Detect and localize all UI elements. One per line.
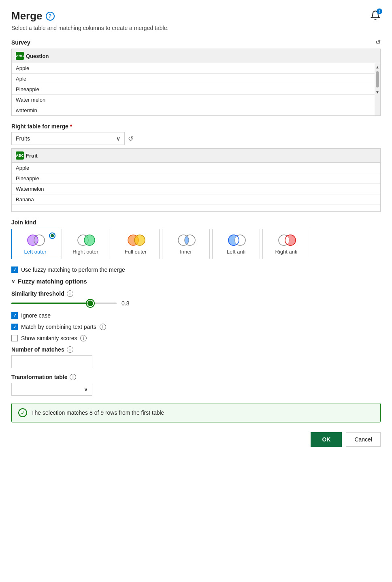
similarity-info-icon[interactable]: i — [67, 290, 73, 297]
page-subtitle: Select a table and matching columns to c… — [11, 25, 381, 31]
show-similarity-info-icon[interactable]: i — [80, 335, 87, 341]
dropdown-chevron: ∨ — [116, 135, 120, 142]
right-table-dropdown[interactable]: Fruits ∨ — [11, 132, 125, 145]
bell-icon[interactable]: 1 — [370, 10, 381, 22]
table-row: Watermelon — [12, 184, 380, 194]
table-row: Apple — [12, 163, 380, 173]
help-icon[interactable]: ? — [46, 12, 55, 21]
table-row: Pineapple — [12, 84, 375, 95]
show-similarity-label: Show similarity scores — [21, 335, 77, 341]
left-table-refresh[interactable]: ↺ — [375, 38, 381, 46]
slider-value: 0.8 — [121, 300, 129, 307]
full-outer-circles — [126, 233, 145, 246]
left-table-section: Survey ↺ — [11, 38, 381, 46]
title-area: Merge ? — [11, 10, 55, 22]
scroll-thumb[interactable] — [376, 71, 379, 87]
join-option-right-outer[interactable]: Right outer — [62, 229, 109, 259]
slider-track[interactable] — [11, 303, 117, 304]
left-table-scroll[interactable]: Apple Aple Pineapple Water melon waterml… — [12, 63, 380, 115]
table-row: Aple — [12, 74, 375, 84]
ignore-case-checkbox[interactable]: ✓ — [11, 312, 18, 319]
bell-badge: 1 — [377, 9, 382, 14]
left-table: ABC Question Apple Aple Pineapple Water … — [11, 49, 381, 116]
similarity-label-row: Similarity threshold i — [11, 290, 381, 297]
fuzzy-chevron[interactable]: ∨ — [11, 278, 15, 284]
left-anti-label: Left anti — [227, 249, 245, 255]
slider-fill — [11, 303, 90, 304]
right-table-refresh[interactable]: ↺ — [128, 135, 133, 143]
status-check-icon: ✓ — [18, 408, 27, 417]
table-row: Banana — [12, 194, 380, 205]
fuzzy-checkbox[interactable]: ✓ — [11, 266, 18, 273]
header: Merge ? 1 — [11, 10, 381, 22]
right-table-col-header: ABC Fruit — [12, 149, 42, 162]
fuzzy-checkbox-check: ✓ — [13, 267, 17, 273]
cancel-button[interactable]: Cancel — [346, 432, 381, 447]
right-outer-circles — [76, 233, 95, 246]
left-anti-circles — [226, 233, 246, 246]
match-combining-check: ✓ — [13, 324, 17, 330]
right-table: ABC Fruit Apple Pineapple Watermelon Ban… — [11, 148, 381, 212]
number-of-matches-section: Number of matches i — [11, 346, 381, 368]
left-outer-circles — [26, 233, 45, 246]
join-options: Left outer Right outer Full outer — [11, 229, 381, 259]
fuzzy-checkbox-label: Use fuzzy matching to perform the merge — [21, 266, 125, 273]
match-combining-label: Match by combining text parts — [21, 324, 96, 330]
radio-dot-left-outer — [49, 232, 55, 239]
ignore-case-row: ✓ Ignore case — [11, 312, 381, 319]
transformation-table-dropdown[interactable]: ∨ — [11, 383, 92, 396]
match-combining-row: ✓ Match by combining text parts i — [11, 324, 381, 330]
number-of-matches-input[interactable] — [11, 355, 92, 368]
left-table-scrollbar[interactable]: ▲ ▼ — [375, 63, 380, 115]
left-table-header: ABC Question — [12, 49, 380, 63]
transformation-table-section: Transformation table i ∨ — [11, 374, 381, 396]
slider-row: 0.8 — [11, 300, 381, 307]
join-option-inner[interactable]: Inner — [162, 229, 210, 259]
transformation-chevron: ∨ — [84, 386, 88, 392]
status-message: The selection matches 8 of 9 rows from t… — [31, 409, 164, 416]
similarity-threshold-section: Similarity threshold i 0.8 — [11, 290, 381, 307]
action-buttons: OK Cancel — [11, 432, 381, 447]
join-kind-label: Join kind — [11, 219, 381, 226]
ignore-case-check: ✓ — [13, 313, 17, 318]
join-option-left-outer[interactable]: Left outer — [11, 229, 59, 259]
number-matches-info-icon[interactable]: i — [67, 346, 73, 353]
match-combining-info-icon[interactable]: i — [100, 324, 106, 330]
fuzzy-options-section: ∨ Fuzzy matching options Similarity thre… — [11, 278, 381, 396]
svg-point-5 — [134, 235, 145, 245]
scroll-down[interactable]: ▼ — [375, 88, 380, 96]
svg-point-3 — [84, 235, 95, 245]
table-row: Pineapple — [12, 173, 380, 184]
number-matches-label: Number of matches i — [11, 346, 381, 353]
right-anti-circles — [277, 233, 296, 246]
join-option-left-anti[interactable]: Left anti — [212, 229, 260, 259]
right-col-type-icon: ABC — [16, 151, 24, 160]
transformation-table-info-icon[interactable]: i — [70, 374, 76, 380]
right-table-header: ABC Fruit — [12, 149, 380, 163]
show-similarity-checkbox[interactable] — [11, 335, 18, 341]
status-bar: ✓ The selection matches 8 of 9 rows from… — [11, 403, 381, 422]
join-option-right-anti[interactable]: Right anti — [262, 229, 310, 259]
table-row: Apple — [12, 63, 375, 74]
right-outer-label: Right outer — [72, 249, 98, 255]
slider-thumb[interactable] — [87, 300, 94, 307]
table-row: Water melon — [12, 95, 375, 105]
match-combining-checkbox[interactable]: ✓ — [11, 324, 18, 330]
required-star: * — [70, 123, 72, 130]
ignore-case-label: Ignore case — [21, 312, 51, 319]
fuzzy-checkbox-row: ✓ Use fuzzy matching to perform the merg… — [11, 266, 381, 273]
left-table-label: Survey — [11, 39, 30, 46]
join-option-full-outer[interactable]: Full outer — [112, 229, 160, 259]
full-outer-label: Full outer — [125, 249, 147, 255]
fuzzy-section-title: ∨ Fuzzy matching options — [11, 278, 381, 285]
page-title: Merge — [11, 10, 43, 22]
left-outer-label: Left outer — [24, 249, 47, 255]
left-table-col-header: ABC Question — [12, 49, 53, 63]
right-table-body: Apple Pineapple Watermelon Banana — [12, 163, 380, 211]
scroll-up[interactable]: ▲ — [375, 63, 380, 70]
transformation-table-label: Transformation table i — [11, 374, 381, 380]
ok-button[interactable]: OK — [311, 432, 342, 447]
table-bottom-space — [12, 205, 380, 211]
right-anti-label: Right anti — [275, 249, 298, 255]
show-similarity-row: Show similarity scores i — [11, 335, 381, 341]
